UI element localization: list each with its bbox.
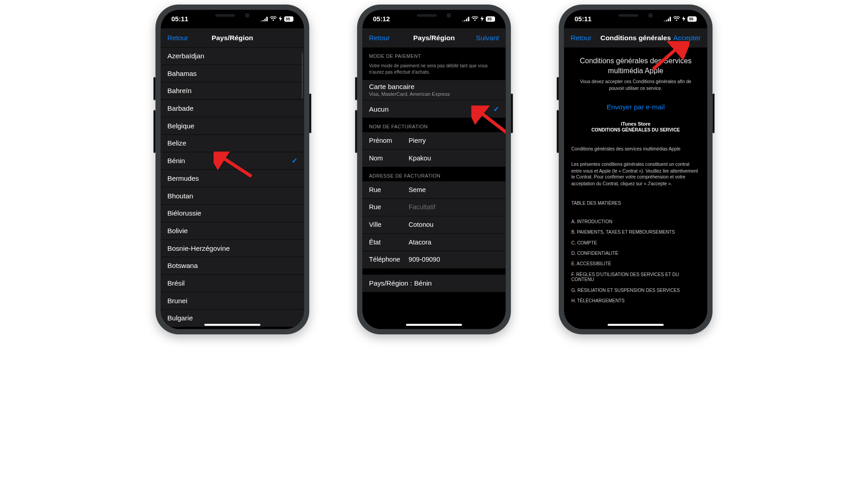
page-title: Pays/Région [413,34,455,42]
toc-item: E. ACCESSIBILITÉ [571,261,700,267]
checkmark-icon: ✓ [292,157,297,165]
state-value: Atacora [409,239,499,246]
country-row[interactable]: Brunei [161,292,304,310]
country-name: Bénin [167,157,185,165]
payment-card-title: Carte bancaire [369,83,415,91]
home-indicator[interactable] [608,324,664,326]
phone-label: Téléphone [369,256,409,263]
country-row[interactable]: Bermudes [161,170,304,188]
street-field[interactable]: Rue Seme [363,181,506,199]
terms-title: Conditions générales des Services multim… [571,56,700,75]
scrollbar[interactable] [302,53,303,99]
back-button[interactable]: Retour [369,28,390,47]
next-button[interactable]: Suivant [476,28,499,47]
phone-value: 909-09090 [409,256,499,263]
battery-indicator: 35 [486,16,495,22]
status-time: 05:12 [373,15,390,23]
country-name: Botswana [167,262,198,270]
country-row[interactable]: Bénin✓ [161,152,304,170]
firstname-field[interactable]: Prénom Pierry [363,132,506,150]
nav-bar: Retour Pays/Région [161,28,304,48]
checkmark-icon: ✓ [493,105,499,113]
doc-heading-2: CONDITIONS GÉNÉRALES DU SERVICE [571,127,700,132]
terms-content[interactable]: Conditions générales des Services multim… [564,47,708,329]
lastname-field[interactable]: Nom Kpakou [363,150,506,167]
page-title: Conditions générales [600,34,671,42]
country-list[interactable]: AzerbaïdjanBahamasBahreïnBarbadeBelgique… [161,47,304,329]
street2-placeholder: Facultatif [409,203,499,211]
toc-item: A. INTRODUCTION [571,219,700,224]
home-indicator[interactable] [406,324,462,326]
charging-icon [481,15,484,23]
payment-form: MODE DE PAIEMENT Votre mode de paiement … [363,47,506,329]
toc-item: D. CONFIDENTIALITÉ [571,250,700,256]
country-row[interactable]: Bhoutan [161,187,304,205]
toc-heading: TABLE DES MATIÈRES [571,200,700,206]
accept-button[interactable]: Accepter [673,28,700,47]
country-name: Brésil [167,279,184,287]
city-label: Ville [369,221,409,229]
home-indicator[interactable] [204,324,260,326]
notch [198,10,267,21]
country-row[interactable]: Barbade [161,100,304,117]
lastname-value: Kpakou [409,155,499,162]
page-title: Pays/Région [212,34,253,42]
back-button[interactable]: Retour [571,28,591,47]
country-name: Bulgarie [167,314,193,322]
charging-icon [682,15,685,23]
status-time: 05:11 [575,15,591,23]
section-header-payment: MODE DE PAIEMENT [363,47,506,61]
notch [399,10,468,21]
toc-item: F. RÈGLES D'UTILISATION DES SERVICES ET … [571,272,700,282]
country-name: Belgique [167,122,194,130]
send-email-link[interactable]: Envoyer par e-mail [571,103,700,111]
nav-bar: Retour Conditions générales Accepter [564,28,708,48]
street-label: Rue [369,186,409,194]
notch [601,10,670,21]
status-time: 05:11 [171,15,188,23]
doc-paragraph-1: Conditions générales des services multim… [571,145,700,152]
country-row[interactable]: Botswana [161,257,304,275]
country-row[interactable]: Bolivie [161,222,304,240]
phone-field[interactable]: Téléphone 909-09090 [363,251,506,269]
firstname-label: Prénom [369,137,409,145]
doc-paragraph-2: Les présentes conditions générales const… [571,161,700,187]
phone-1: 05:11 35 Retour Pays/Région AzerbaïdjanB… [156,5,309,334]
country-name: Bosnie-Herzégovine [167,244,230,253]
doc-heading-1: iTunes Store [571,121,700,126]
country-row[interactable]: Azerbaïdjan [161,47,304,65]
country-row[interactable]: Bahamas [161,65,304,83]
street-value: Seme [409,186,499,194]
payment-option-card[interactable]: Carte bancaire Visa, MasterCard, America… [363,80,506,100]
screen-payment-form: 05:12 35 Retour Pays/Région Suivant MODE… [363,10,506,329]
payment-card-detail: Visa, MasterCard, American Express [369,91,450,97]
street2-label: Rue [369,203,409,211]
country-name: Azerbaïdjan [167,52,204,60]
country-name: Belize [167,140,186,148]
phone-2: 05:12 35 Retour Pays/Région Suivant MODE… [357,5,511,334]
section-note-payment: Votre mode de paiement ne sera pas débit… [363,61,506,80]
phone-3: 05:11 35 Retour Conditions générales Acc… [559,5,712,334]
state-label: État [369,239,409,246]
country-row[interactable]: Bosnie-Herzégovine [161,239,304,257]
country-row[interactable]: Belize [161,135,304,152]
street2-field[interactable]: Rue Facultatif [363,199,506,216]
payment-option-none[interactable]: Aucun ✓ [363,100,506,118]
country-name: Biélorussie [167,209,201,217]
city-field[interactable]: Ville Cotonou [363,216,506,234]
country-region-row[interactable]: Pays/Région : Bénin [363,275,506,292]
state-field[interactable]: État Atacora [363,234,506,251]
country-row[interactable]: Bahreïn [161,82,304,100]
country-name: Bermudes [167,174,199,183]
country-row[interactable]: Biélorussie [161,205,304,222]
country-name: Bolivie [167,227,188,235]
toc-item: C. COMPTE [571,240,700,245]
toc-list: A. INTRODUCTIONB. PAIEMENTS, TAXES ET RE… [571,219,700,303]
country-row[interactable]: Belgique [161,117,304,135]
toc-item: B. PAIEMENTS, TAXES ET REMBOURSEMENTS [571,230,700,235]
back-button[interactable]: Retour [167,28,188,47]
payment-none-label: Aucun [369,105,388,113]
country-row[interactable]: Brésil [161,275,304,292]
country-name: Bahreïn [167,87,192,95]
section-header-billing-address: ADRESSE DE FACTURATION [363,167,506,181]
